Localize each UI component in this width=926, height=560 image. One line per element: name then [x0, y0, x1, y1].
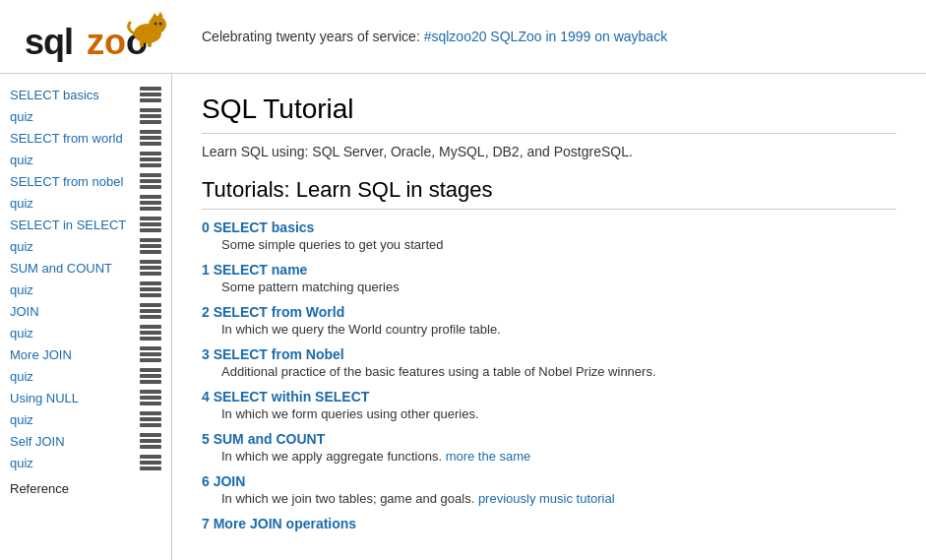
bar-icon	[140, 423, 161, 427]
sidebar-bars-select-in-select	[140, 217, 161, 232]
sidebar-link-select-basics[interactable]: SELECT basics	[10, 88, 99, 102]
tutorial-title-t0[interactable]: 0 SELECT basics	[202, 219, 314, 235]
sidebar-link-quiz-1[interactable]: quiz	[10, 109, 33, 124]
bar-icon	[140, 179, 161, 183]
tutorial-title-t7[interactable]: 7 More JOIN operations	[202, 516, 356, 531]
sidebar-link-quiz-5[interactable]: quiz	[10, 282, 33, 297]
sidebar-item-sum-and-count: SUM and COUNT	[0, 257, 171, 279]
sidebar-bars-quiz-1	[140, 108, 161, 124]
tutorial-inline-link-t6[interactable]: previously music tutorial	[478, 491, 615, 506]
tutorial-title-t6[interactable]: 6 JOIN	[202, 473, 245, 489]
tutorial-title-t3[interactable]: 3 SELECT from Nobel	[202, 346, 344, 362]
bar-icon	[140, 87, 161, 91]
sidebar-link-more-join[interactable]: More JOIN	[10, 347, 72, 362]
bar-icon	[140, 98, 161, 102]
svg-marker-5	[152, 13, 158, 19]
page-title: SQL Tutorial	[202, 93, 896, 134]
tutorial-entry-t5: 5 SUM and COUNTIn which we apply aggrega…	[202, 431, 896, 464]
tutorial-desc-t3: Additional practice of the basic feature…	[221, 364, 896, 379]
sidebar-item-quiz-4: quiz	[0, 235, 171, 257]
bar-icon	[140, 439, 161, 443]
tutorial-desc-t1: Some pattern matching queries	[221, 280, 896, 294]
sidebar-item-quiz-1: quiz	[0, 105, 171, 127]
tutorials-heading: Tutorials: Learn SQL in stages	[202, 177, 896, 210]
sidebar-reference: Reference	[0, 473, 171, 504]
header: sql zo o C	[0, 0, 926, 74]
sidebar-link-using-null[interactable]: Using NULL	[10, 391, 79, 405]
tutorial-desc-t2: In which we query the World country prof…	[221, 322, 896, 337]
sidebar-link-quiz-7[interactable]: quiz	[10, 369, 33, 384]
bar-icon	[140, 272, 161, 276]
bar-icon	[140, 142, 161, 146]
svg-rect-10	[148, 40, 152, 47]
tutorial-inline-link-t5[interactable]: more the same	[446, 449, 531, 464]
bar-icon	[140, 222, 161, 226]
bar-icon	[140, 157, 161, 161]
sidebar-bars-sum-and-count	[140, 260, 161, 276]
bar-icon	[140, 445, 161, 449]
tutorial-title-t2[interactable]: 2 SELECT from World	[202, 304, 344, 320]
bar-icon	[140, 396, 161, 400]
sidebar-bars-quiz-5	[140, 281, 161, 297]
bar-icon	[140, 185, 161, 189]
bar-icon	[140, 114, 161, 118]
sidebar-item-quiz-8: quiz	[0, 408, 171, 430]
sidebar-item-quiz-6: quiz	[0, 322, 171, 343]
sidebar-link-quiz-9[interactable]: quiz	[10, 456, 33, 470]
celebration-link[interactable]: #sqlzoo20 SQLZoo in 1999 on wayback	[424, 29, 668, 44]
bar-icon	[140, 455, 161, 459]
bar-icon	[140, 195, 161, 199]
tutorial-title-t4[interactable]: 4 SELECT within SELECT	[202, 389, 369, 404]
sidebar-item-quiz-7: quiz	[0, 365, 171, 387]
sidebar-bars-quiz-7	[140, 368, 161, 384]
subtitle: Learn SQL using: SQL Server, Oracle, MyS…	[202, 144, 896, 159]
layout: SELECT basicsquizSELECT from worldquizSE…	[0, 74, 926, 560]
bar-icon	[140, 433, 161, 437]
tutorial-desc-t4: In which we form queries using other que…	[221, 406, 896, 421]
bar-icon	[140, 250, 161, 254]
header-message: Celebrating twenty years of service: #sq…	[192, 29, 667, 44]
sidebar-link-select-from-world[interactable]: SELECT from world	[10, 131, 123, 146]
sidebar: SELECT basicsquizSELECT from worldquizSE…	[0, 74, 172, 560]
sidebar-link-select-in-select[interactable]: SELECT in SELECT	[10, 218, 126, 232]
sidebar-bars-using-null	[140, 390, 161, 405]
sidebar-item-using-null: Using NULL	[0, 387, 171, 408]
sidebar-link-quiz-8[interactable]: quiz	[10, 412, 33, 427]
sidebar-link-quiz-4[interactable]: quiz	[10, 239, 33, 254]
bar-icon	[140, 293, 161, 297]
bar-icon	[140, 152, 161, 156]
tutorial-desc-t5: In which we apply aggregate functions. m…	[221, 449, 896, 464]
tutorials-container: 0 SELECT basicsSome simple queries to ge…	[202, 219, 896, 531]
tutorial-desc-t0: Some simple queries to get you started	[221, 237, 896, 252]
bar-icon	[140, 411, 161, 415]
sidebar-link-quiz-2[interactable]: quiz	[10, 153, 33, 167]
bar-icon	[140, 352, 161, 356]
tutorial-title-t1[interactable]: 1 SELECT name	[202, 262, 307, 278]
svg-rect-9	[140, 40, 144, 47]
sidebar-item-select-in-select: SELECT in SELECT	[0, 214, 171, 235]
bar-icon	[140, 173, 161, 177]
tutorial-title-t5[interactable]: 5 SUM and COUNT	[202, 431, 325, 447]
sidebar-item-self-join: Self JOIN	[0, 430, 171, 452]
logo-area: sql zo o	[20, 7, 192, 66]
bar-icon	[140, 228, 161, 232]
bar-icon	[140, 390, 161, 394]
sidebar-link-join[interactable]: JOIN	[10, 304, 39, 319]
sidebar-link-quiz-3[interactable]: quiz	[10, 196, 33, 211]
tutorial-entry-t0: 0 SELECT basicsSome simple queries to ge…	[202, 219, 896, 252]
bar-icon	[140, 244, 161, 248]
sidebar-bars-more-join	[140, 346, 161, 362]
bar-icon	[140, 346, 161, 350]
bar-icon	[140, 358, 161, 362]
bar-icon	[140, 374, 161, 378]
sidebar-item-join: JOIN	[0, 300, 171, 322]
sidebar-link-self-join[interactable]: Self JOIN	[10, 434, 65, 449]
sidebar-link-quiz-6[interactable]: quiz	[10, 326, 33, 341]
sidebar-link-sum-and-count[interactable]: SUM and COUNT	[10, 261, 112, 276]
tutorial-entry-t7: 7 More JOIN operations	[202, 516, 896, 531]
bar-icon	[140, 108, 161, 112]
sidebar-bars-quiz-8	[140, 411, 161, 427]
sidebar-link-select-from-nobel[interactable]: SELECT from nobel	[10, 174, 123, 189]
sidebar-bars-select-from-nobel	[140, 173, 161, 189]
bar-icon	[140, 136, 161, 140]
